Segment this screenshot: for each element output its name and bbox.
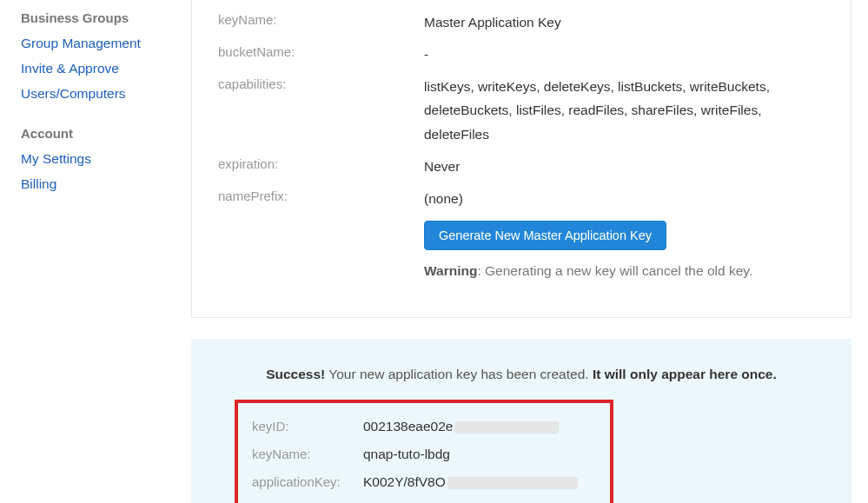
success-body: Your new application key has been create… (325, 367, 593, 381)
value-applicationkey: K002Y/8fV8O (363, 474, 596, 490)
label-bucketname: bucketName: (218, 43, 424, 59)
success-emphasis: It will only appear here once. (593, 367, 777, 381)
value-new-keyname: qnap-tuto-lbdg (363, 447, 596, 462)
main-content: keyName: Master Application Key bucketNa… (191, 0, 868, 503)
value-capabilities: listKeys, writeKeys, deleteKeys, listBuc… (424, 75, 825, 145)
row-bucketname: bucketName: - (218, 43, 825, 66)
value-keyid: 002138eae02e (363, 419, 596, 434)
sidebar-section-business-groups: Business Groups Group Management Invite … (21, 10, 170, 102)
value-nameprefix: (none) (424, 187, 825, 210)
sidebar-link-group-management[interactable]: Group Management (21, 36, 170, 51)
warning-text: : Generating a new key will cancel the o… (477, 263, 752, 278)
value-expiration: Never (424, 155, 825, 178)
label-applicationkey: applicationKey: (252, 474, 363, 490)
row-keyname: keyName: Master Application Key (218, 10, 825, 34)
label-capabilities: capabilities: (218, 75, 424, 91)
row-new-keyname: keyName: qnap-tuto-lbdg (252, 447, 596, 462)
row-capabilities: capabilities: listKeys, writeKeys, delet… (218, 75, 825, 145)
row-generate: Generate New Master Application Key Warn… (218, 221, 825, 282)
warning-label: Warning (424, 263, 477, 278)
redacted-segment (454, 421, 559, 434)
success-panel: Success! Your new application key has be… (191, 339, 851, 503)
value-keyname: Master Application Key (424, 10, 825, 34)
sidebar: Business Groups Group Management Invite … (0, 0, 191, 503)
success-message: Success! Your new application key has be… (235, 367, 808, 382)
generate-master-key-button[interactable]: Generate New Master Application Key (424, 221, 666, 250)
label-keyid: keyID: (252, 419, 363, 434)
sidebar-link-my-settings[interactable]: My Settings (21, 151, 170, 167)
label-keyname: keyName: (218, 10, 424, 27)
key-details-card: keyName: Master Application Key bucketNa… (191, 0, 851, 318)
sidebar-section-account: Account My Settings Billing (21, 126, 170, 192)
row-expiration: expiration: Never (218, 155, 825, 178)
value-bucketname: - (424, 43, 825, 66)
key-highlight-box: keyID: 002138eae02e keyName: qnap-tuto-l… (235, 400, 613, 503)
label-nameprefix: namePrefix: (218, 187, 424, 203)
row-nameprefix: namePrefix: (none) (218, 187, 825, 210)
generate-warning: Warning: Generating a new key will cance… (424, 259, 825, 282)
label-expiration: expiration: (218, 155, 424, 171)
success-lead: Success! (266, 367, 325, 381)
sidebar-link-invite-approve[interactable]: Invite & Approve (21, 61, 170, 76)
sidebar-link-users-computers[interactable]: Users/Computers (21, 86, 170, 102)
sidebar-link-billing[interactable]: Billing (21, 176, 170, 192)
sidebar-heading: Business Groups (21, 10, 170, 25)
redacted-segment (447, 477, 578, 489)
label-new-keyname: keyName: (252, 447, 363, 462)
sidebar-heading: Account (21, 126, 170, 141)
row-keyid: keyID: 002138eae02e (252, 419, 596, 434)
row-applicationkey: applicationKey: K002Y/8fV8O (252, 474, 596, 490)
